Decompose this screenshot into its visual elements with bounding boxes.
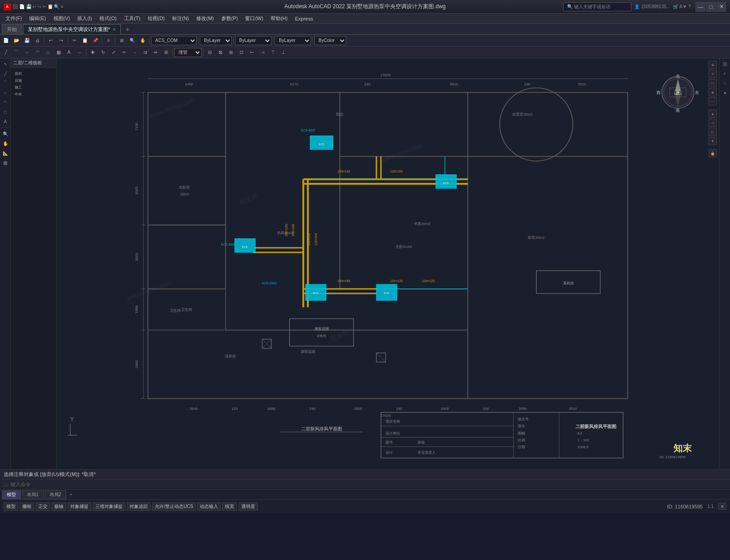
arc-button[interactable]: ◠ <box>32 47 42 58</box>
status-3dosnap-btn[interactable]: 三维对象捕捉 <box>93 502 125 511</box>
move-button[interactable]: ✚ <box>88 47 98 58</box>
status-model-btn[interactable]: 模型 <box>4 502 18 511</box>
rectangle-button[interactable]: □ <box>43 47 53 58</box>
right-tool-nav-3[interactable]: ▷ <box>709 128 717 136</box>
zoom-window-button[interactable]: 🔍 <box>127 36 137 46</box>
array-button[interactable]: ⊞ <box>161 47 171 58</box>
menu-edit[interactable]: 编辑(E) <box>26 14 50 23</box>
pipe-tool-7[interactable]: ⊤ <box>268 47 278 58</box>
draw-text-tool[interactable]: A <box>1 117 10 126</box>
plotstyle-dropdown[interactable]: ByColor <box>314 36 346 45</box>
draw-line-tool[interactable]: ╱ <box>1 69 10 78</box>
menu-insert[interactable]: 插入(I) <box>73 14 95 23</box>
open-button[interactable]: 📂 <box>11 36 21 46</box>
tab-start[interactable]: 开始 <box>2 24 22 34</box>
menu-help[interactable]: 帮助(H) <box>267 14 291 23</box>
select-tool[interactable]: ↖ <box>1 59 10 68</box>
draw-polyline-tool[interactable]: ⌒ <box>1 79 10 88</box>
zoom-extents-button[interactable]: ⊞ <box>117 36 127 46</box>
hatch-button[interactable]: ▦ <box>53 47 63 58</box>
status-osnap-btn[interactable]: 对象捕捉 <box>68 502 91 511</box>
status-lw-btn[interactable]: 线宽 <box>222 502 237 511</box>
scale-button[interactable]: ⤢ <box>109 47 119 58</box>
pipe-tool-6[interactable]: ⊣ <box>257 47 267 58</box>
tab-drawing[interactable]: 某别墅地源热泵中央空调设计方案图* ✕ <box>23 24 121 34</box>
text-button[interactable]: A <box>64 47 74 58</box>
right-tool-1[interactable]: ⊕ <box>709 61 717 69</box>
menu-dimension[interactable]: 标注(N) <box>168 14 193 23</box>
offset-button[interactable]: ⇉ <box>140 47 150 58</box>
hatch-tool[interactable]: ▦ <box>1 158 10 167</box>
maximize-button[interactable]: □ <box>706 2 716 12</box>
rt-3[interactable]: □ <box>720 79 730 88</box>
dim-button[interactable]: ↔ <box>74 47 84 58</box>
lineweight-dropdown[interactable]: ByLayer <box>275 36 311 45</box>
extend-button[interactable]: → <box>130 47 140 58</box>
layer-item-4[interactable]: 中央 <box>13 91 54 98</box>
pipe-tool-4[interactable]: ⊡ <box>236 47 246 58</box>
color-dropdown[interactable]: ByLayer <box>200 36 232 45</box>
layout2-tab[interactable]: 布局2 <box>45 490 67 499</box>
window-controls[interactable]: — □ ✕ <box>695 2 726 12</box>
linetype-dropdown[interactable]: ByLayer <box>235 36 271 45</box>
right-tool-lock[interactable]: 🔒 <box>709 149 717 157</box>
canvas-area[interactable]: www.znzmo.com 知末网 www.znzmo.com www.znzm… <box>57 58 719 469</box>
status-dynin-btn[interactable]: 动态输入 <box>197 502 221 511</box>
pipe-tool-5[interactable]: ⊢ <box>247 47 257 58</box>
rt-1[interactable]: ⬛ <box>720 59 730 68</box>
save-button[interactable]: 💾 <box>22 36 32 46</box>
draw-arc-tool[interactable]: ◠ <box>1 98 10 107</box>
print-button[interactable]: 🖨 <box>32 36 42 46</box>
paste-button[interactable]: 📌 <box>90 36 100 46</box>
search-box[interactable]: 🔍 键入关键字或短语 <box>563 2 631 11</box>
pan-button[interactable]: ✋ <box>138 36 148 46</box>
status-grid-btn[interactable]: 栅格 <box>20 502 34 511</box>
minimize-button[interactable]: — <box>695 2 705 12</box>
cut-button[interactable]: ✂ <box>69 36 79 46</box>
zoom-tool[interactable]: 🔍 <box>1 129 10 138</box>
menu-view[interactable]: 视图(V) <box>50 14 74 23</box>
right-tool-nav-4[interactable]: ▼ <box>709 137 717 145</box>
redo-button[interactable]: ↪ <box>56 36 66 46</box>
pipe-tool-3[interactable]: ⊞ <box>226 47 236 58</box>
trim-button[interactable]: ✂ <box>119 47 129 58</box>
pipe-tool-2[interactable]: ⊠ <box>215 47 225 58</box>
rt-2[interactable]: ≡ <box>720 69 730 78</box>
menu-tools[interactable]: 工具(T) <box>120 14 144 23</box>
polyline-button[interactable]: ⌒ <box>11 47 21 58</box>
mirror-button[interactable]: ⇔ <box>151 47 161 58</box>
right-tool-3[interactable]: □ <box>709 79 717 87</box>
status-trans-btn[interactable]: 透明度 <box>239 502 258 511</box>
menu-express[interactable]: Express <box>291 15 317 22</box>
menu-parametric[interactable]: 参数(P) <box>218 14 242 23</box>
right-tool-nav-2[interactable]: ◁ <box>709 119 717 127</box>
add-layout-button[interactable]: + <box>67 492 75 498</box>
layer-item-3[interactable]: 施工 <box>13 84 54 91</box>
menu-file[interactable]: 文件(F) <box>2 14 26 23</box>
new-tab-button[interactable]: + <box>122 24 133 34</box>
close-button[interactable]: ✕ <box>716 2 726 12</box>
right-tool-2[interactable]: ≡ <box>709 70 717 78</box>
pipe-tool-1[interactable]: ⊟ <box>205 47 215 58</box>
customization-button[interactable]: ≡ <box>718 503 726 510</box>
tab-close-icon[interactable]: ✕ <box>112 27 116 32</box>
status-ortho-btn[interactable]: 正交 <box>36 502 50 511</box>
pipe-type-dropdown[interactable]: 埋管 <box>174 48 202 57</box>
layer-item-1[interactable]: 面积 <box>13 70 54 77</box>
new-file-button[interactable]: 📄 <box>1 36 11 46</box>
circle-button[interactable]: ○ <box>22 47 32 58</box>
pipe-tool-8[interactable]: ⊥ <box>278 47 288 58</box>
menu-modify[interactable]: 修改(M) <box>193 14 218 23</box>
menu-format[interactable]: 格式(O) <box>96 14 120 23</box>
right-tool-5[interactable]: ⋯ <box>709 97 717 105</box>
right-tool-4[interactable]: ◈ <box>709 88 717 96</box>
menu-window[interactable]: 窗口(W) <box>241 14 267 23</box>
status-ducs-btn[interactable]: 允许/禁止动态UCS <box>152 502 196 511</box>
menu-draw[interactable]: 绘图(D) <box>144 14 168 23</box>
model-tab[interactable]: 模型 <box>2 490 21 499</box>
line-button[interactable]: ╱ <box>1 47 11 58</box>
measure-tool[interactable]: 📐 <box>1 148 10 157</box>
pan-tool[interactable]: ✋ <box>1 139 10 148</box>
status-otrack-btn[interactable]: 对象追踪 <box>127 502 151 511</box>
layer-item-2[interactable]: 设施 <box>13 77 54 84</box>
